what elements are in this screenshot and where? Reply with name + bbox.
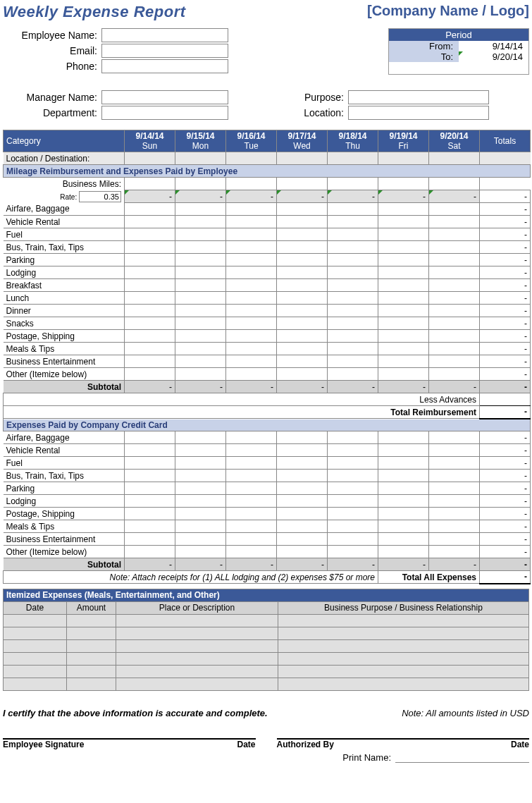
expense-cell[interactable] xyxy=(175,343,226,355)
expense-cell[interactable] xyxy=(429,254,480,266)
expense-cell[interactable] xyxy=(125,317,175,330)
miles-cell[interactable] xyxy=(125,178,175,190)
period-to-value[interactable]: 9/20/14 xyxy=(459,51,528,62)
expense-cell[interactable] xyxy=(378,508,429,520)
itemized-row[interactable] xyxy=(4,678,529,690)
miles-cell[interactable] xyxy=(175,178,226,190)
expense-cell[interactable] xyxy=(328,546,378,558)
expense-cell[interactable] xyxy=(277,431,328,444)
location-input[interactable] xyxy=(348,106,489,120)
expense-cell[interactable] xyxy=(226,279,277,292)
expense-cell[interactable] xyxy=(328,343,378,355)
expense-cell[interactable] xyxy=(429,216,480,228)
expense-cell[interactable] xyxy=(277,292,328,305)
employee-signature-line[interactable]: Employee Signature Date xyxy=(3,738,256,749)
expense-cell[interactable] xyxy=(226,470,277,482)
expense-cell[interactable] xyxy=(175,216,226,228)
itemized-row[interactable] xyxy=(4,627,529,639)
expense-cell[interactable] xyxy=(175,457,226,470)
expense-cell[interactable] xyxy=(175,254,226,266)
expense-cell[interactable] xyxy=(226,228,277,241)
expense-cell[interactable] xyxy=(378,482,429,495)
expense-cell[interactable] xyxy=(429,470,480,482)
expense-cell[interactable] xyxy=(125,431,175,444)
expense-cell[interactable] xyxy=(378,520,429,533)
expense-cell[interactable] xyxy=(125,482,175,495)
employee-name-input[interactable] xyxy=(101,28,228,42)
expense-cell[interactable] xyxy=(226,431,277,444)
expense-cell[interactable] xyxy=(429,203,480,216)
expense-cell[interactable] xyxy=(378,317,429,330)
expense-cell[interactable] xyxy=(378,470,429,482)
expense-cell[interactable] xyxy=(277,228,328,241)
department-input[interactable] xyxy=(101,106,228,120)
expense-cell[interactable] xyxy=(328,279,378,292)
expense-cell[interactable] xyxy=(226,457,277,470)
expense-cell[interactable] xyxy=(378,457,429,470)
expense-cell[interactable] xyxy=(328,330,378,343)
phone-input[interactable] xyxy=(101,59,228,73)
expense-cell[interactable] xyxy=(429,343,480,355)
expense-cell[interactable] xyxy=(175,292,226,305)
expense-cell[interactable] xyxy=(226,368,277,381)
expense-cell[interactable] xyxy=(328,292,378,305)
expense-cell[interactable] xyxy=(429,495,480,508)
expense-cell[interactable] xyxy=(125,368,175,381)
itemized-row[interactable] xyxy=(4,652,529,665)
expense-cell[interactable] xyxy=(226,546,277,558)
loc-cell[interactable] xyxy=(175,152,226,165)
loc-cell[interactable] xyxy=(125,152,175,165)
expense-cell[interactable] xyxy=(175,228,226,241)
expense-cell[interactable] xyxy=(277,482,328,495)
expense-cell[interactable] xyxy=(429,482,480,495)
expense-cell[interactable] xyxy=(328,254,378,266)
expense-cell[interactable] xyxy=(125,216,175,228)
expense-cell[interactable] xyxy=(125,495,175,508)
expense-cell[interactable] xyxy=(328,457,378,470)
expense-cell[interactable] xyxy=(175,546,226,558)
expense-cell[interactable] xyxy=(175,317,226,330)
expense-cell[interactable] xyxy=(125,508,175,520)
expense-cell[interactable] xyxy=(125,444,175,457)
expense-cell[interactable] xyxy=(429,508,480,520)
expense-cell[interactable] xyxy=(175,520,226,533)
print-name-input[interactable] xyxy=(395,752,529,763)
expense-cell[interactable] xyxy=(125,457,175,470)
expense-cell[interactable] xyxy=(328,470,378,482)
expense-cell[interactable] xyxy=(328,533,378,546)
expense-cell[interactable] xyxy=(328,228,378,241)
expense-cell[interactable] xyxy=(125,228,175,241)
expense-cell[interactable] xyxy=(175,533,226,546)
expense-cell[interactable] xyxy=(277,444,328,457)
expense-cell[interactable] xyxy=(277,355,328,368)
less-advances-value[interactable] xyxy=(480,393,531,406)
expense-cell[interactable] xyxy=(175,470,226,482)
expense-cell[interactable] xyxy=(429,292,480,305)
expense-cell[interactable] xyxy=(277,343,328,355)
expense-cell[interactable] xyxy=(429,266,480,279)
expense-cell[interactable] xyxy=(378,368,429,381)
expense-cell[interactable] xyxy=(328,368,378,381)
expense-cell[interactable] xyxy=(328,216,378,228)
expense-cell[interactable] xyxy=(328,482,378,495)
expense-cell[interactable] xyxy=(378,241,429,254)
miles-cell[interactable] xyxy=(328,178,378,190)
expense-cell[interactable] xyxy=(378,330,429,343)
rate-input[interactable] xyxy=(79,191,121,202)
expense-cell[interactable] xyxy=(125,241,175,254)
expense-cell[interactable] xyxy=(226,241,277,254)
manager-input[interactable] xyxy=(101,90,228,104)
expense-cell[interactable] xyxy=(429,431,480,444)
expense-cell[interactable] xyxy=(378,343,429,355)
expense-cell[interactable] xyxy=(125,343,175,355)
expense-cell[interactable] xyxy=(175,266,226,279)
expense-cell[interactable] xyxy=(226,266,277,279)
expense-cell[interactable] xyxy=(125,355,175,368)
expense-cell[interactable] xyxy=(125,266,175,279)
expense-cell[interactable] xyxy=(226,305,277,317)
expense-cell[interactable] xyxy=(125,279,175,292)
expense-cell[interactable] xyxy=(277,533,328,546)
expense-cell[interactable] xyxy=(429,330,480,343)
expense-cell[interactable] xyxy=(226,508,277,520)
expense-cell[interactable] xyxy=(277,203,328,216)
